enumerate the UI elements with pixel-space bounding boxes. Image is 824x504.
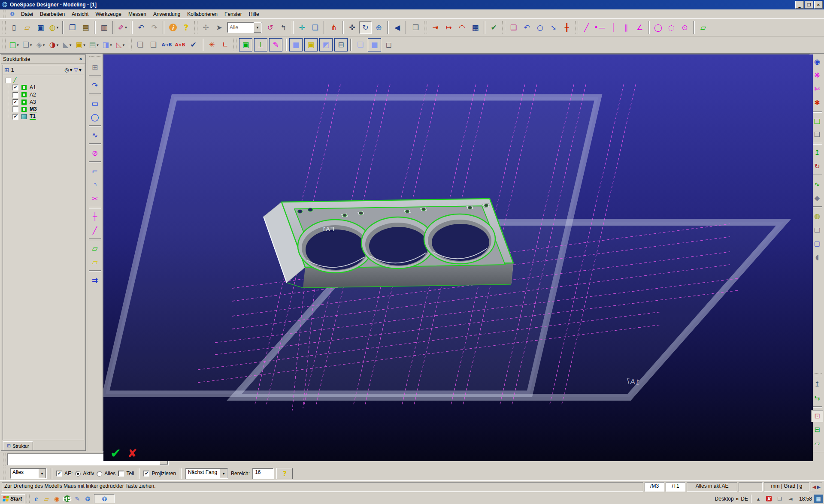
- rotate-model-button[interactable]: ◉: [811, 56, 823, 68]
- shaded-vertices-button[interactable]: ◩: [320, 39, 332, 51]
- pan-view-button[interactable]: ✛: [296, 21, 308, 34]
- create-part-button[interactable]: ❏: [134, 39, 146, 51]
- tree-item-a2[interactable]: A2: [12, 91, 83, 98]
- extrude-button[interactable]: ↥: [811, 147, 823, 159]
- move-a-b-button[interactable]: A✕B: [174, 39, 186, 51]
- bore-button[interactable]: ◑▾: [48, 39, 60, 51]
- measure-arc-button[interactable]: ◠: [456, 21, 468, 34]
- projizieren-checkbox[interactable]: ✔ Projizieren: [143, 471, 176, 477]
- draw-line-point-button[interactable]: •—: [594, 21, 606, 34]
- redline-button[interactable]: ↺: [264, 21, 276, 34]
- shaded-view-button[interactable]: ■: [290, 39, 302, 51]
- select-pointer-button[interactable]: ➤: [213, 21, 225, 34]
- chamfer-button[interactable]: ◣▾: [61, 39, 73, 51]
- alles-radio-dot[interactable]: [97, 471, 102, 477]
- snap-arrow-icon[interactable]: ▼: [220, 469, 227, 478]
- snap-mode-select[interactable]: Nächst Fang ▼: [185, 468, 228, 479]
- menu-werkzeuge[interactable]: Werkzeuge: [92, 10, 124, 18]
- undo-2d-button[interactable]: ↶: [521, 21, 533, 34]
- rotate-view-button[interactable]: ↻: [359, 21, 372, 34]
- show-sketch-button[interactable]: ✎: [270, 39, 282, 51]
- visibility-checkbox[interactable]: ✔: [12, 85, 18, 91]
- view-return-button[interactable]: ↰: [277, 21, 290, 34]
- menu-hilfe[interactable]: Hilfe: [245, 10, 263, 18]
- hs-button[interactable]: HS: [62, 494, 72, 504]
- next-field-icon[interactable]: ▶: [817, 484, 821, 490]
- 3d-viewport[interactable]: EA1 1A7 ✔ ✘: [103, 54, 813, 461]
- open-mold-button[interactable]: ⊟: [811, 424, 823, 436]
- close-button[interactable]: ✕: [814, 1, 823, 9]
- cancel-button[interactable]: ✘: [127, 447, 137, 460]
- aktiv-radio[interactable]: Aktiv: [75, 471, 94, 477]
- filter-dropdown-icon[interactable]: ▼: [79, 68, 82, 72]
- extrude-back-button[interactable]: ▱: [88, 256, 101, 269]
- undo-button[interactable]: ↶: [135, 21, 147, 34]
- onespace-gear-button[interactable]: ❂: [82, 494, 93, 504]
- language-indicator[interactable]: DE: [741, 496, 748, 502]
- measure-length-button[interactable]: ⇥: [429, 21, 442, 34]
- tab-struktur[interactable]: ⊞ Struktur: [3, 441, 33, 450]
- pocket-button[interactable]: ▣▾: [74, 39, 87, 51]
- show-plane-axes-button[interactable]: ⊥: [254, 39, 267, 51]
- visibility-checkbox[interactable]: [12, 106, 18, 112]
- face-blue-button[interactable]: ▢: [811, 238, 823, 250]
- modify-2d-button[interactable]: ❏: [507, 21, 520, 34]
- snap-line-button[interactable]: ╂: [560, 21, 573, 34]
- bereich-input[interactable]: 16: [252, 468, 274, 479]
- alles-radio[interactable]: Alles: [97, 471, 115, 477]
- spline-tool-button[interactable]: ∿: [88, 129, 101, 142]
- pull-button[interactable]: ▤▾: [88, 39, 100, 51]
- texture-map-button[interactable]: ◍: [811, 210, 823, 222]
- uln-display-button[interactable]: ⊟: [335, 39, 347, 51]
- lift-part-button[interactable]: ↥: [811, 378, 823, 390]
- firefox-button[interactable]: ◉: [52, 494, 62, 504]
- bore-2[interactable]: [361, 217, 434, 269]
- combobox-arrow-icon[interactable]: ▼: [254, 22, 261, 33]
- menu-kollaborieren[interactable]: Kollaborieren: [184, 10, 221, 18]
- network-button[interactable]: ❒: [776, 495, 784, 503]
- animation-button[interactable]: ❒: [409, 21, 422, 34]
- measure-distance-button[interactable]: ↦: [442, 21, 455, 34]
- hide-icons-button[interactable]: ▴: [754, 495, 763, 503]
- new-workplane-button[interactable]: □▾: [8, 39, 20, 51]
- minimize-button[interactable]: _: [795, 1, 804, 9]
- wireframe-display-button[interactable]: ◻: [382, 39, 395, 51]
- delete-button[interactable]: ◺▾: [114, 39, 127, 51]
- security-alert-button[interactable]: ✘: [765, 495, 773, 503]
- dropdown-arrow-icon[interactable]: ▾: [17, 43, 19, 47]
- draw-parallel-button[interactable]: ∥: [620, 21, 633, 34]
- context-help-button[interactable]: ?: [276, 468, 293, 479]
- smart-select-button[interactable]: ✢: [200, 21, 212, 34]
- visibility-checkbox[interactable]: ✔: [12, 99, 18, 105]
- extrude-profile-button[interactable]: ▱: [697, 21, 709, 34]
- active-task-button[interactable]: ❂: [94, 494, 115, 503]
- align-part-button[interactable]: ⇆: [811, 392, 823, 404]
- desktop-label[interactable]: Desktop: [715, 496, 734, 502]
- trim-curve-button[interactable]: ✄: [811, 83, 823, 95]
- print-button[interactable]: ▥: [98, 21, 110, 34]
- point-tool-button[interactable]: ┼: [88, 210, 101, 223]
- teil-checkbox[interactable]: Teil: [118, 471, 134, 477]
- dropdown-arrow-icon[interactable]: ▾: [57, 25, 59, 30]
- blend-button[interactable]: ◖: [811, 251, 823, 263]
- designer-button[interactable]: ✎: [72, 494, 82, 504]
- show-workplane-button[interactable]: ▣: [239, 39, 252, 51]
- check-geometry-button[interactable]: ✔: [187, 39, 200, 51]
- menu-bearbeiten[interactable]: Bearbeiten: [36, 10, 68, 18]
- new-document-button[interactable]: ▯: [8, 21, 20, 34]
- offset-line-button[interactable]: ╱: [88, 224, 101, 237]
- draw-angle-button[interactable]: ∠: [633, 21, 646, 34]
- opaque-display-button[interactable]: ■: [368, 39, 381, 51]
- ie-button[interactable]: e: [31, 494, 41, 504]
- close-panel-icon[interactable]: ✕: [78, 56, 84, 62]
- visibility-checkbox[interactable]: [12, 92, 18, 98]
- face-gray-button[interactable]: ▢: [811, 224, 823, 236]
- calculator-button[interactable]: ▦: [469, 21, 482, 34]
- draw-circle-point-button[interactable]: ⊙: [679, 21, 691, 34]
- transparent-display-button[interactable]: ❏: [354, 39, 367, 51]
- revolve-button[interactable]: ↻: [811, 160, 823, 172]
- previous-view-button[interactable]: ◀: [391, 21, 403, 34]
- copy-button[interactable]: ❐: [66, 21, 79, 34]
- rotate-2d-button[interactable]: ○: [534, 21, 546, 34]
- axis-origin-button[interactable]: ∟: [219, 39, 231, 51]
